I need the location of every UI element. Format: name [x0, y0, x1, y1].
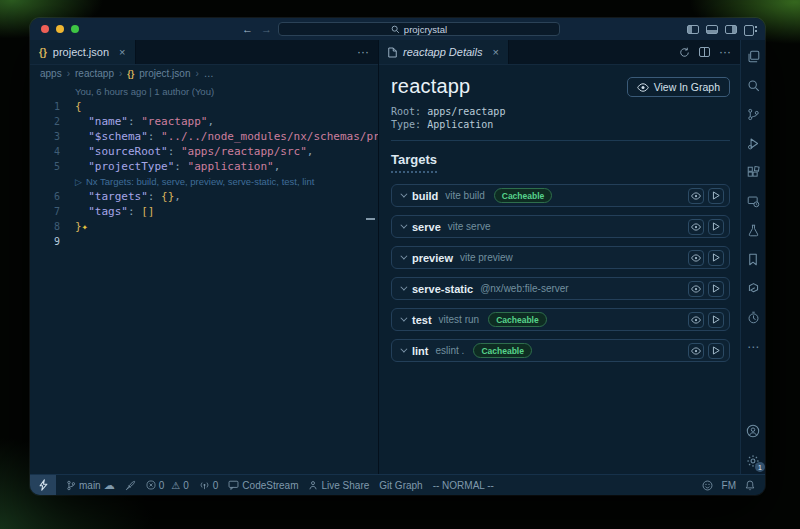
remote-indicator[interactable] — [30, 475, 56, 495]
chevron-down-icon[interactable] — [400, 191, 407, 198]
fm-indicator[interactable]: FM — [722, 480, 736, 491]
code-lines: You, 6 hours ago | 1 author (You)1{2 "na… — [30, 84, 378, 249]
close-tab-icon[interactable]: × — [493, 46, 499, 58]
target-command: @nx/web:file-server — [480, 283, 569, 294]
close-window-button[interactable] — [41, 25, 49, 33]
code-token: : — [128, 115, 141, 128]
code-token: "../../node_modules/nx/schemas/project-s — [161, 130, 378, 143]
view-target-button[interactable] — [688, 219, 704, 235]
overview-ruler-marker — [366, 218, 375, 220]
customize-layout-icon[interactable] — [744, 25, 757, 34]
problems-indicator[interactable]: 0 ⚠ 0 — [146, 480, 189, 491]
run-target-button[interactable] — [708, 343, 724, 359]
code-token: : — [148, 130, 161, 143]
testing-icon[interactable] — [747, 224, 760, 237]
chevron-down-icon[interactable] — [400, 315, 407, 322]
run-target-button[interactable] — [708, 281, 724, 297]
back-icon[interactable]: ← — [242, 23, 253, 35]
target-row-preview[interactable]: previewvite preview — [391, 246, 730, 269]
close-tab-icon[interactable]: × — [119, 46, 125, 58]
view-target-button[interactable] — [688, 281, 704, 297]
target-row-serve[interactable]: servevite serve — [391, 215, 730, 238]
code-token: : — [168, 145, 181, 158]
ports-indicator[interactable]: 0 — [199, 480, 219, 491]
chevron-down-icon[interactable] — [400, 222, 407, 229]
code-line: 9 — [30, 234, 378, 249]
code-token: "name" — [88, 115, 128, 128]
breadcrumb-item[interactable]: project.json — [139, 68, 190, 79]
codelens-row[interactable]: ▷Nx Targets: build, serve, preview, serv… — [30, 174, 378, 189]
code-editor[interactable]: You, 6 hours ago | 1 author (You)1{2 "na… — [30, 82, 378, 474]
target-row-lint[interactable]: linteslint .Cacheable — [391, 339, 730, 362]
view-target-button[interactable] — [688, 312, 704, 328]
run-debug-icon[interactable] — [747, 137, 760, 150]
run-target-button[interactable] — [708, 188, 724, 204]
target-name: build — [412, 190, 438, 202]
code-token: "application" — [188, 160, 274, 173]
window-controls[interactable] — [41, 25, 79, 33]
launch-indicator[interactable] — [125, 480, 136, 491]
tab-label: project.json — [53, 46, 109, 58]
bookmarks-icon[interactable] — [747, 253, 759, 266]
codestream-indicator[interactable]: CodeStream — [228, 480, 298, 491]
breadcrumb-item[interactable]: reactapp — [75, 68, 114, 79]
toggle-panel-icon[interactable] — [706, 25, 718, 34]
chevron-down-icon[interactable] — [400, 284, 407, 291]
breadcrumb-separator: › — [195, 68, 198, 79]
chevron-down-icon[interactable] — [400, 346, 407, 353]
split-editor-icon[interactable] — [699, 47, 710, 57]
codelens-text[interactable]: Nx Targets: build, serve, preview, serve… — [86, 176, 314, 187]
remote-explorer-icon[interactable] — [747, 195, 760, 208]
error-icon — [146, 480, 156, 490]
toggle-primary-sidebar-icon[interactable] — [687, 25, 699, 34]
git-graph-indicator[interactable]: Git Graph — [379, 480, 422, 491]
eye-icon — [691, 254, 701, 262]
account-icon[interactable] — [746, 424, 760, 438]
view-target-button[interactable] — [688, 250, 704, 266]
tab-project-json[interactable]: {} project.json × — [30, 40, 136, 64]
refresh-icon[interactable] — [679, 47, 690, 58]
command-center-search[interactable]: projcrystal — [278, 22, 560, 36]
broadcast-icon — [199, 480, 210, 490]
eye-icon — [691, 285, 701, 293]
view-target-button[interactable] — [688, 188, 704, 204]
play-icon — [712, 284, 720, 293]
code-token: { — [75, 100, 82, 113]
git-branch-indicator[interactable]: main ☁ — [66, 479, 115, 492]
more-actions-icon[interactable]: ··· — [719, 45, 731, 59]
view-target-button[interactable] — [688, 343, 704, 359]
feedback-indicator[interactable] — [702, 480, 713, 491]
source-control-icon[interactable] — [747, 108, 760, 121]
explorer-icon[interactable] — [747, 50, 760, 63]
timer-icon[interactable] — [747, 311, 760, 324]
run-lens-icon[interactable]: ▷ — [75, 177, 82, 187]
extensions-icon[interactable] — [747, 166, 760, 179]
nx-console-icon[interactable] — [747, 282, 760, 295]
chevron-down-icon[interactable] — [400, 253, 407, 260]
live-share-indicator[interactable]: Live Share — [308, 480, 369, 491]
bell-icon — [745, 480, 755, 491]
minimize-window-button[interactable] — [56, 25, 64, 33]
code-line: 3 "$schema": "../../node_modules/nx/sche… — [30, 129, 378, 144]
more-actions-icon[interactable]: ··· — [357, 45, 369, 59]
more-views-icon[interactable]: ⋯ — [747, 340, 759, 354]
target-row-test[interactable]: testvitest runCacheable — [391, 308, 730, 331]
settings-gear-icon[interactable]: 1 — [746, 454, 760, 468]
toggle-secondary-sidebar-icon[interactable] — [725, 25, 737, 34]
breadcrumb-item[interactable]: apps — [40, 68, 62, 79]
breadcrumb-item[interactable]: … — [204, 68, 214, 79]
tab-reactapp-details[interactable]: reactapp Details × — [379, 40, 509, 64]
search-icon[interactable] — [747, 79, 760, 92]
codelens-row[interactable]: You, 6 hours ago | 1 author (You) — [30, 84, 378, 99]
run-target-button[interactable] — [708, 312, 724, 328]
zoom-window-button[interactable] — [71, 25, 79, 33]
view-in-graph-button[interactable]: View In Graph — [627, 77, 730, 97]
play-icon — [712, 315, 720, 324]
run-target-button[interactable] — [708, 219, 724, 235]
target-row-serve-static[interactable]: serve-static@nx/web:file-server — [391, 277, 730, 300]
breadcrumb[interactable]: apps › reactapp › {} project.json › … — [30, 65, 378, 82]
target-row-build[interactable]: buildvite buildCacheable — [391, 184, 730, 207]
run-target-button[interactable] — [708, 250, 724, 266]
notifications-indicator[interactable] — [745, 480, 755, 491]
forward-icon[interactable]: → — [261, 23, 272, 35]
